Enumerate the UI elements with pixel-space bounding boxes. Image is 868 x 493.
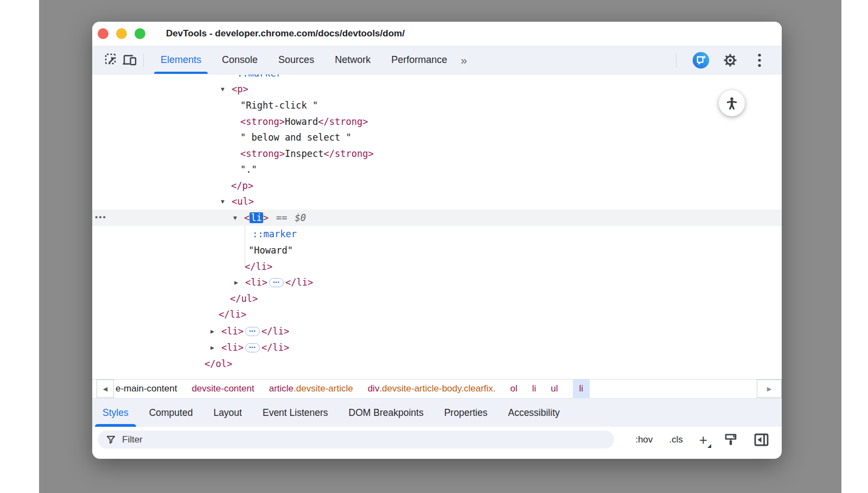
kebab-menu-icon[interactable]: [750, 51, 769, 69]
rendering-emulation-icon[interactable]: [724, 432, 738, 447]
toolbar-divider-right: [676, 53, 676, 67]
tag-token: </strong>: [324, 148, 374, 159]
dollar-zero-token: $0: [295, 212, 305, 223]
toolbar-divider: [143, 53, 144, 67]
chevron-left-icon: ◀: [103, 385, 107, 393]
tag-token: <strong>: [240, 116, 285, 127]
dom-row[interactable]: ▼<ul>: [92, 193, 782, 210]
breadcrumb-item[interactable]: ol: [510, 380, 518, 398]
inspect-icon[interactable]: [102, 51, 120, 69]
row-options-dots-icon[interactable]: •••: [95, 210, 107, 226]
breadcrumb-item-selected[interactable]: li: [573, 380, 590, 398]
window-title: DevTools - developer.chrome.com/docs/dev…: [166, 28, 405, 39]
toggle-sidebar-icon[interactable]: [754, 433, 769, 446]
ellipsis-expand-icon: •••: [245, 327, 260, 336]
tab-performance[interactable]: Performance: [383, 46, 455, 74]
breadcrumb-token: ul: [551, 383, 558, 394]
text-token: Howard: [285, 116, 318, 127]
tab-elements[interactable]: Elements: [152, 46, 209, 74]
tab-accessibility[interactable]: Accessibility: [497, 399, 570, 427]
close-window-button[interactable]: [98, 28, 108, 39]
tag-token: <ul>: [232, 196, 254, 207]
tab-layout[interactable]: Layout: [203, 399, 252, 427]
filter-input[interactable]: Filter: [98, 431, 614, 448]
tag-token: <: [244, 212, 250, 223]
tab-event-listeners[interactable]: Event Listeners: [252, 399, 339, 427]
dom-row[interactable]: ▶<li>•••</li>: [92, 339, 782, 356]
tag-token: </li>: [261, 326, 289, 337]
tag-token: </ul>: [230, 293, 258, 304]
tab-sources[interactable]: Sources: [270, 46, 322, 74]
selected-tag-token: li: [250, 212, 263, 223]
dom-row[interactable]: <strong>Inspect</strong>: [92, 146, 782, 162]
equals-token: ==: [276, 212, 287, 223]
ellipsis-expand-icon: •••: [245, 343, 260, 352]
new-style-rule-button[interactable]: +: [699, 433, 707, 447]
dom-tree-panel: ::marker▼<p>"Right-click "<strong>Howard…: [92, 74, 782, 379]
dom-row[interactable]: </li>: [92, 258, 782, 275]
tab-computed[interactable]: Computed: [139, 399, 203, 427]
tag-token: </ol>: [205, 358, 232, 369]
breadcrumb-token: ol: [510, 383, 518, 394]
breadcrumb-item[interactable]: e-main-content: [116, 380, 177, 398]
tab-dom-breakpoints[interactable]: DOM Breakpoints: [339, 399, 434, 427]
tag-token: </strong>: [318, 116, 368, 127]
dom-row[interactable]: ▶<li>•••</li>: [92, 274, 782, 290]
devtools-window: DevTools - developer.chrome.com/docs/dev…: [92, 22, 782, 459]
dom-row[interactable]: <strong>Howard</strong>: [92, 113, 782, 130]
tag-token: </li>: [261, 342, 289, 353]
device-toolbar-icon[interactable]: [120, 51, 139, 69]
more-tabs-icon[interactable]: »: [461, 54, 467, 67]
sidebar-tab-bar: StylesComputedLayoutEvent ListenersDOM B…: [92, 398, 782, 427]
breadcrumb-item[interactable]: article.devsite-article: [269, 380, 353, 398]
breadcrumb-bar: ◀ e-main-contentdevsite-contentarticle.d…: [92, 379, 782, 398]
tag-token: <li>: [245, 277, 267, 288]
breadcrumb-item[interactable]: ul: [551, 380, 558, 398]
dom-row-selected[interactable]: •••▼<li>==$0: [92, 210, 782, 226]
dom-row[interactable]: ".": [92, 161, 782, 178]
breadcrumb-item[interactable]: div.devsite-article-body.clearfix.: [368, 380, 496, 398]
breadcrumb-item[interactable]: li: [532, 380, 537, 398]
tab-console[interactable]: Console: [214, 46, 266, 74]
tab-properties[interactable]: Properties: [434, 399, 498, 427]
pseudo-marker-token: ::marker: [252, 229, 297, 239]
breadcrumb-token: e-main-content: [116, 383, 177, 394]
settings-gear-icon[interactable]: [721, 51, 739, 69]
dom-row[interactable]: </ol>: [92, 356, 782, 372]
dom-row[interactable]: </li>: [92, 306, 782, 323]
element-classes-button[interactable]: .cls: [669, 434, 683, 445]
tab-styles[interactable]: Styles: [92, 399, 139, 427]
text-token: "Howard": [248, 245, 293, 256]
dom-row[interactable]: "Howard": [92, 242, 782, 258]
breadcrumb-item[interactable]: devsite-content: [192, 380, 254, 398]
tag-token: <li>: [221, 326, 244, 337]
dom-row[interactable]: ::marker: [92, 226, 782, 242]
tag-token: <p>: [232, 84, 248, 94]
tag-token: <li>: [221, 342, 244, 353]
minimize-window-button[interactable]: [116, 28, 127, 39]
chevron-right-icon: ▶: [210, 344, 221, 351]
breadcrumb-scroll-left-button[interactable]: ◀: [97, 380, 114, 398]
tab-network[interactable]: Network: [327, 46, 379, 74]
styles-filter-bar: Filter :hov .cls +: [92, 427, 782, 452]
chevron-right-icon: ▶: [210, 328, 221, 335]
dom-row[interactable]: ▼<p>: [92, 81, 782, 97]
tag-token: </li>: [219, 309, 246, 320]
dom-row[interactable]: </p>: [92, 178, 782, 194]
filter-funnel-icon: [106, 434, 116, 445]
tag-token: <strong>: [240, 148, 285, 159]
main-toolbar: ElementsConsoleSourcesNetworkPerformance…: [92, 46, 782, 74]
ai-assistance-icon[interactable]: [692, 51, 710, 69]
dom-row[interactable]: "Right-click ": [92, 97, 782, 113]
pseudo-marker-token: ::marker: [237, 74, 282, 79]
dom-row[interactable]: " below and select ": [92, 129, 782, 146]
chevron-down-icon: ▼: [221, 198, 232, 205]
toggle-element-state-button[interactable]: :hov: [635, 434, 653, 445]
breadcrumb-token: article: [269, 383, 293, 394]
dom-row[interactable]: </ul>: [92, 290, 782, 307]
maximize-window-button[interactable]: [135, 28, 145, 39]
tag-token: </li>: [245, 261, 272, 272]
dom-row[interactable]: ▶<li>•••</li>: [92, 323, 782, 339]
breadcrumb-scroll-right-button[interactable]: ▶: [757, 380, 782, 398]
text-token: "Right-click ": [240, 100, 318, 111]
